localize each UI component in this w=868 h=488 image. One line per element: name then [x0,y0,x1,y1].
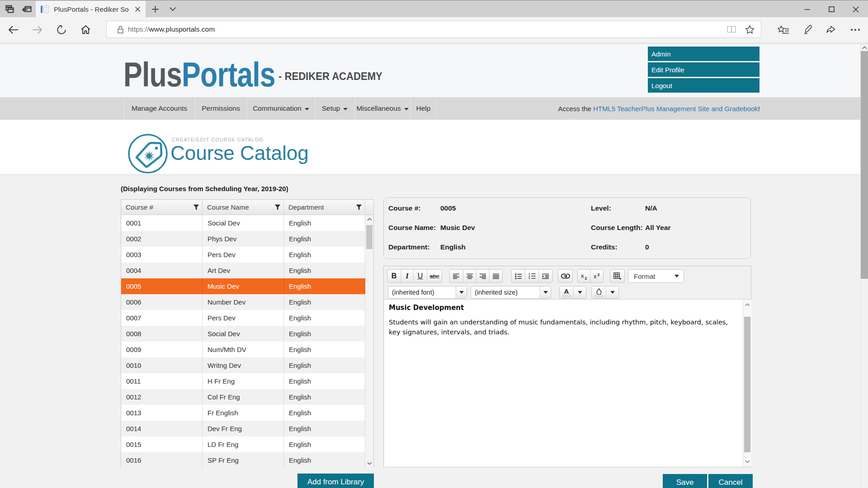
align-center-button[interactable] [463,270,476,282]
teacherplus-link[interactable]: HTML5 TeacherPlus Management Site and Gr… [593,105,758,113]
link-group [558,269,573,283]
bullet-list-button[interactable] [512,270,525,282]
page-scrollbar-thumb[interactable] [861,51,868,279]
column-header-course-num[interactable]: Course # [121,200,203,215]
course-row-0015[interactable]: 0015LD Fr EngEnglish [121,436,365,452]
hub-favorites-button[interactable] [774,17,793,42]
create-table-button[interactable] [610,270,624,282]
add-from-library-button[interactable]: Add from Library [297,474,374,488]
home-button[interactable] [77,17,94,42]
scroll-up-icon[interactable] [745,303,750,306]
scrollbar-down-arrow[interactable] [365,462,373,465]
course-row-0006[interactable]: 0006Number DevEnglish [121,294,365,310]
grid-scrollbar-thumb[interactable] [366,225,373,249]
set-tabs-aside-button[interactable] [20,0,33,18]
scrollbar-up-arrow[interactable] [365,218,373,221]
filter-icon[interactable] [193,204,199,211]
font-color-button[interactable]: A [560,286,573,298]
forward-arrow-icon [32,25,42,34]
course-row-0005[interactable]: 0005Music DevEnglish [121,278,365,294]
scrollbar-up-arrow[interactable] [861,44,868,52]
size-dropdown[interactable]: (inherited size) [471,286,551,299]
tab-preview-button[interactable] [3,0,16,18]
nav-permissions[interactable]: Permissions [195,97,247,120]
course-row-0016[interactable]: 0016SP Fr EngEnglish [121,452,365,468]
strikethrough-button[interactable]: abc [427,270,442,282]
column-header-course-name[interactable]: Course Name [203,200,284,215]
highlight-color-button[interactable] [592,286,606,298]
web-notes-button[interactable] [798,17,816,42]
nav-help[interactable]: Help [410,97,437,120]
font-dropdown[interactable]: (inherited font) [388,286,467,299]
refresh-button[interactable] [53,17,70,42]
editor-content-area[interactable]: Music Development Students will gain an … [384,299,751,467]
nav-miscellaneous[interactable]: Miscellaneous [355,97,410,120]
new-tab-button[interactable] [149,0,161,18]
course-row-0011[interactable]: 0011H Fr EngEnglish [121,373,365,389]
window-close-button[interactable] [844,1,868,18]
format-dropdown[interactable]: Format [628,269,684,283]
tab-list-button[interactable] [166,0,179,18]
cell-num: 0009 [121,342,203,357]
add-favorite-star-icon[interactable] [745,25,755,34]
numbered-list-button[interactable]: 123 [525,270,538,282]
course-row-0002[interactable]: 0002Phys DevEnglish [121,231,365,247]
page-scrollbar[interactable] [860,44,868,488]
more-options-button[interactable] [846,17,864,42]
superscript-button[interactable]: x2 [590,270,603,282]
scrollbar-down-arrow[interactable] [743,460,752,463]
course-row-0009[interactable]: 0009Num/Mth DVEnglish [121,342,365,357]
align-justify-button[interactable] [489,270,502,282]
share-button[interactable] [822,17,840,42]
filter-icon[interactable] [356,204,362,211]
nav-manage-accounts[interactable]: Manage Accounts [124,97,195,120]
italic-button[interactable]: I [401,270,413,282]
align-right-button[interactable] [476,270,489,282]
column-header-department[interactable]: Department [284,200,365,215]
filter-icon[interactable] [274,204,281,211]
window-minimize-button[interactable] [795,1,819,18]
editor-scrollbar[interactable] [743,300,751,467]
course-row-0014[interactable]: 0014Dev Fr EngEnglish [121,421,365,436]
course-row-0004[interactable]: 0004Art DevEnglish [121,263,365,278]
course-row-0007[interactable]: 0007Pers DevEnglish [121,310,365,326]
font-color-caret-button[interactable] [573,286,586,298]
indent-button[interactable] [538,270,552,282]
nav-setup[interactable]: Setup [315,97,355,120]
cell-name: Social Dev [203,215,284,231]
scroll-up-icon[interactable] [367,218,372,221]
align-left-button[interactable] [450,270,463,282]
reading-view-icon[interactable] [726,25,737,33]
cell-num: 0012 [121,389,203,405]
course-row-0012[interactable]: 0012Col Fr EngEnglish [121,389,365,405]
scroll-down-icon[interactable] [367,462,372,465]
admin-button[interactable]: Admin [648,47,760,61]
set-tabs-aside-icon [21,4,32,14]
scroll-down-icon[interactable] [745,460,750,463]
scrollbar-up-arrow[interactable] [743,303,752,306]
editor-scrollbar-thumb[interactable] [744,317,750,452]
course-row-0003[interactable]: 0003Pers DevEnglish [121,247,365,263]
address-bar[interactable]: https://www.plusportals.com [106,21,761,38]
course-row-0013[interactable]: 0013Fr EnglishEnglish [121,405,365,421]
course-row-0008[interactable]: 0008Social DevEnglish [121,326,365,342]
underline-button[interactable]: U [413,270,427,282]
scroll-up-icon[interactable] [862,46,867,49]
course-row-0010[interactable]: 0010Writng DevEnglish [121,357,365,373]
highlight-caret-button[interactable] [606,286,618,298]
nav-communication[interactable]: Communication [247,97,315,120]
insert-link-button[interactable] [558,270,572,282]
bold-button[interactable]: B [387,270,401,282]
logout-button[interactable]: Logout [648,78,760,93]
cancel-button[interactable]: Cancel [708,474,753,488]
forward-button[interactable] [29,17,45,42]
edit-profile-button[interactable]: Edit Profile [648,62,760,77]
save-button[interactable]: Save [663,474,707,488]
grid-scrollbar[interactable] [365,215,373,468]
subscript-button[interactable]: x2 [578,270,590,282]
back-button[interactable] [5,17,22,42]
tab-close-icon[interactable] [134,6,141,13]
window-maximize-button[interactable] [819,1,844,18]
browser-tab[interactable]: PlusPortals - Rediker So [36,1,146,18]
course-row-0001[interactable]: 0001Social DevEnglish [121,215,365,231]
